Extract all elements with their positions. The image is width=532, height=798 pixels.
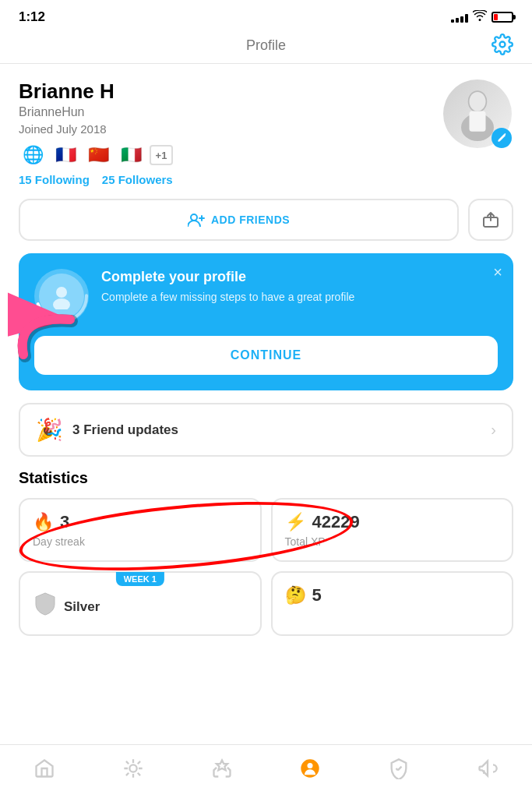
streak-emoji: 🔥 [33, 512, 54, 532]
statistics-section: Statistics 🔥 3 Day streak ⚡ 42229 Total … [0, 469, 532, 636]
svg-point-16 [308, 763, 313, 768]
nav-item-leaderboard[interactable] [202, 754, 242, 782]
card-avatar-icon [34, 269, 89, 323]
nav-item-shield[interactable] [379, 754, 419, 782]
svg-line-18 [398, 767, 402, 771]
svg-point-3 [470, 92, 486, 111]
battery-icon [491, 12, 513, 23]
profile-username: BrianneHun [19, 105, 443, 119]
xp-label: Total XP [285, 535, 500, 548]
nav-item-megaphone[interactable] [467, 754, 508, 782]
profile-section: Brianne H BrianneHun Joined July 2018 🌐 … [0, 64, 532, 199]
league-name: Silver [64, 599, 100, 615]
status-time: 1:12 [19, 9, 45, 25]
page-title: Profile [246, 37, 286, 54]
flag-badge-3[interactable]: 🇨🇳 [84, 145, 112, 165]
stat-card-streak: 🔥 3 Day streak [19, 498, 262, 562]
more-flags-badge[interactable]: +1 [150, 145, 173, 165]
second-stat-card: 🤔 5 [271, 571, 514, 636]
bottom-nav [0, 744, 532, 798]
streak-label: Day streak [33, 535, 248, 548]
svg-rect-4 [470, 111, 486, 132]
flags-row: 🌐 🇫🇷 🇨🇳 🇮🇹 +1 [19, 145, 443, 165]
svg-point-5 [191, 214, 197, 221]
svg-point-0 [500, 42, 506, 48]
following-link[interactable]: 15 Following [19, 173, 90, 186]
followers-link[interactable]: 25 Followers [102, 173, 173, 186]
add-friends-label: ADD FRIENDS [211, 214, 290, 226]
card-close-button[interactable]: × [493, 264, 502, 280]
week-badge: WEEK 1 [116, 572, 164, 586]
friend-updates-left: 🎉 3 Friend updates [36, 417, 178, 443]
xp-emoji: ⚡ [285, 512, 306, 532]
flag-badge-1[interactable]: 🌐 [19, 145, 47, 165]
complete-profile-card: × Complete your profile Complete a few m… [19, 253, 513, 390]
status-icons [451, 10, 513, 24]
chevron-right-icon: › [491, 421, 496, 439]
card-subtitle: Complete a few missing steps to have a g… [101, 290, 498, 305]
card-body: Complete your profile Complete a few mis… [34, 269, 498, 323]
action-row: ADD FRIENDS [0, 199, 532, 253]
flag-badge-4[interactable]: 🇮🇹 [117, 145, 145, 165]
share-button[interactable] [468, 199, 513, 241]
league-card: WEEK 1 Silver [19, 571, 262, 636]
stats-grid: 🔥 3 Day streak ⚡ 42229 Total XP [19, 498, 513, 562]
avatar-container [443, 79, 513, 150]
card-title: Complete your profile [101, 269, 498, 285]
profile-info: Brianne H BrianneHun Joined July 2018 🌐 … [19, 79, 443, 186]
nav-item-profile[interactable] [290, 754, 330, 782]
second-stat-value: 5 [312, 585, 322, 606]
add-friends-button[interactable]: ADD FRIENDS [19, 199, 459, 241]
continue-button[interactable]: CONTINUE [34, 336, 498, 375]
settings-button[interactable] [491, 34, 513, 58]
profile-joined: Joined July 2018 [19, 122, 443, 136]
status-bar: 1:12 [0, 0, 532, 31]
statistics-title: Statistics [19, 469, 513, 487]
flag-badge-2[interactable]: 🇫🇷 [51, 145, 79, 165]
friend-updates-row[interactable]: 🎉 3 Friend updates › [19, 403, 513, 457]
streak-value: 3 [60, 512, 69, 532]
nav-header: Profile [0, 31, 532, 64]
second-stat-emoji: 🤔 [285, 585, 306, 606]
svg-point-14 [129, 764, 136, 772]
card-text: Complete your profile Complete a few mis… [101, 269, 498, 305]
wifi-icon [473, 10, 487, 24]
friend-updates-text: 3 Friend updates [72, 422, 178, 438]
nav-item-stories[interactable] [113, 754, 153, 782]
follow-row: 15 Following 25 Followers [19, 173, 443, 186]
league-row: WEEK 1 Silver 🤔 5 [19, 571, 513, 636]
profile-name: Brianne H [19, 79, 443, 104]
signal-bars-icon [451, 12, 468, 23]
party-emoji: 🎉 [36, 417, 63, 443]
edit-avatar-button[interactable] [491, 128, 512, 148]
xp-value: 42229 [312, 512, 360, 532]
nav-item-home[interactable] [24, 754, 65, 782]
stat-card-xp: ⚡ 42229 Total XP [271, 498, 514, 562]
shield-emoji [33, 591, 58, 622]
